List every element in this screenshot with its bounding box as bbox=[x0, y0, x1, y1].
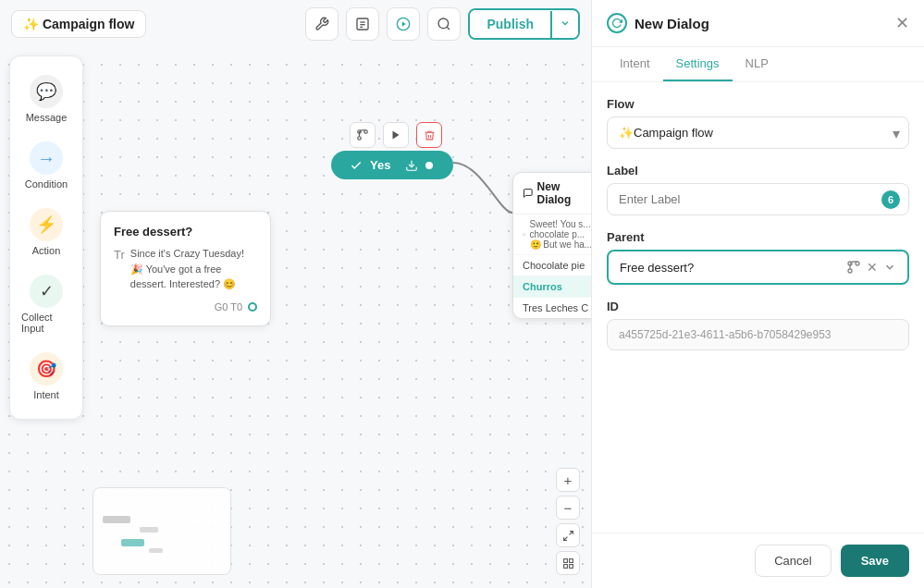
play-icon-btn[interactable] bbox=[387, 7, 420, 41]
wrench-icon bbox=[314, 17, 329, 31]
free-dessert-text: Since it's Crazy Tuesday! 🎉 You've got a… bbox=[130, 246, 257, 292]
canvas-connectors bbox=[0, 0, 591, 588]
canvas-row-1: Sweet! You s... chocolate p... 🙂 But we … bbox=[513, 214, 591, 255]
panel-title: New Dialog bbox=[607, 13, 709, 33]
collect-icon: ✓ bbox=[30, 275, 63, 308]
footer-dot bbox=[248, 302, 257, 312]
tools-icon-btn[interactable] bbox=[305, 7, 339, 41]
node-connector-dot bbox=[424, 160, 435, 171]
free-dessert-footer: G0 T0 bbox=[114, 301, 257, 312]
tab-settings[interactable]: Settings bbox=[663, 47, 733, 81]
new-dialog-canvas-header: New Dialog bbox=[513, 173, 591, 214]
panel-body: Flow ✨Campaign flow ▾ Label 6 Parent Fre… bbox=[592, 82, 924, 533]
sidebar-item-condition[interactable]: → Condition bbox=[18, 134, 75, 197]
svg-point-6 bbox=[438, 18, 449, 29]
fit-icon bbox=[562, 530, 574, 542]
node-delete-btn[interactable] bbox=[416, 122, 442, 148]
label-section: Label 6 bbox=[607, 164, 909, 215]
id-field-label: ID bbox=[607, 300, 909, 313]
free-dessert-footer-text: G0 T0 bbox=[215, 301, 242, 312]
parent-select-container[interactable]: Free dessert? ✕ bbox=[607, 250, 909, 285]
top-bar-actions: Publish bbox=[305, 7, 580, 41]
id-section: ID bbox=[607, 300, 909, 350]
flow-label: Flow bbox=[607, 97, 909, 111]
sidebar-label-action: Action bbox=[32, 245, 61, 256]
id-input bbox=[607, 319, 909, 350]
label-field-label: Label bbox=[607, 164, 909, 178]
minimap-node-4 bbox=[149, 548, 163, 553]
flow-select[interactable]: ✨Campaign flow bbox=[607, 116, 909, 149]
dialog-icon bbox=[523, 188, 534, 199]
parent-clear-btn[interactable]: ✕ bbox=[867, 260, 878, 275]
label-input-wrapper: 6 bbox=[607, 183, 909, 215]
canvas-row-churros[interactable]: Churros bbox=[513, 276, 591, 298]
message-icon: 💬 bbox=[30, 75, 63, 108]
condition-icon: → bbox=[30, 141, 63, 175]
panel-header: New Dialog ✕ bbox=[592, 0, 924, 47]
node-controls bbox=[350, 122, 442, 148]
sidebar-label-collect: Collect Input bbox=[21, 312, 71, 334]
fit-view-btn[interactable] bbox=[556, 523, 580, 547]
play-small-icon bbox=[390, 129, 401, 141]
svg-rect-17 bbox=[569, 564, 573, 568]
canvas-row-2: Chocolate pie bbox=[513, 255, 591, 276]
publish-dropdown-button[interactable] bbox=[550, 11, 578, 38]
canvas-area: ✨ Campaign flow Publish bbox=[0, 0, 591, 588]
yes-node[interactable]: Yes bbox=[331, 151, 453, 179]
download-icon bbox=[405, 159, 418, 172]
publish-group: Publish bbox=[468, 8, 580, 40]
free-dessert-node[interactable]: Free dessert? Tr Since it's Crazy Tuesda… bbox=[100, 211, 271, 326]
parent-field-label: Parent bbox=[607, 230, 909, 244]
branch-icon bbox=[356, 129, 369, 141]
sidebar-label-intent: Intent bbox=[33, 389, 59, 400]
node-branch-btn[interactable] bbox=[350, 122, 376, 148]
yes-node-label: Yes bbox=[370, 158, 390, 172]
flow-select-wrapper: ✨Campaign flow ▾ bbox=[607, 116, 909, 149]
svg-rect-14 bbox=[563, 558, 567, 562]
chevron-down-icon bbox=[560, 18, 571, 29]
tab-intent[interactable]: Intent bbox=[607, 47, 663, 81]
sidebar-item-message[interactable]: 💬 Message bbox=[18, 67, 75, 130]
grid-btn[interactable] bbox=[556, 551, 580, 575]
zoom-controls: + − bbox=[556, 468, 580, 575]
grid-icon bbox=[562, 557, 574, 570]
node-play-btn[interactable] bbox=[383, 122, 409, 148]
sidebar-item-intent[interactable]: 🎯 Intent bbox=[18, 345, 75, 408]
new-dialog-canvas-popup[interactable]: New Dialog Sweet! You s... chocolate p..… bbox=[512, 172, 591, 319]
tab-nlp[interactable]: NLP bbox=[733, 47, 782, 81]
search-icon-btn[interactable] bbox=[427, 7, 461, 41]
sidebar-label-message: Message bbox=[26, 112, 68, 123]
panel-title-text: New Dialog bbox=[634, 16, 709, 31]
search-icon bbox=[437, 17, 451, 31]
svg-rect-16 bbox=[563, 564, 567, 568]
parent-select-actions: ✕ bbox=[846, 260, 896, 275]
top-bar: ✨ Campaign flow Publish bbox=[0, 0, 591, 48]
free-dessert-content: Tr Since it's Crazy Tuesday! 🎉 You've go… bbox=[114, 246, 257, 292]
minimap bbox=[92, 487, 231, 575]
bubble-icon-1 bbox=[523, 230, 526, 239]
panel-close-btn[interactable]: ✕ bbox=[895, 13, 909, 33]
panel-tabs: Intent Settings NLP bbox=[592, 47, 924, 82]
sidebar-item-action[interactable]: ⚡ Action bbox=[18, 201, 75, 263]
canvas-row-text-1: Sweet! You s... chocolate p... 🙂 But we … bbox=[530, 219, 591, 250]
parent-select-inner: Free dessert? ✕ bbox=[620, 260, 896, 275]
zoom-in-btn[interactable]: + bbox=[556, 468, 580, 492]
right-panel: New Dialog ✕ Intent Settings NLP Flow ✨C… bbox=[591, 0, 924, 588]
cancel-button[interactable]: Cancel bbox=[755, 545, 831, 577]
flow-title-badge[interactable]: ✨ Campaign flow bbox=[11, 10, 146, 38]
panel-footer: Cancel Save bbox=[592, 533, 924, 588]
label-input[interactable] bbox=[607, 183, 909, 215]
canvas-row-4: Tres Leches C bbox=[513, 298, 591, 318]
notes-icon-btn[interactable] bbox=[346, 7, 379, 41]
svg-line-13 bbox=[563, 536, 567, 540]
flow-section: Flow ✨Campaign flow ▾ bbox=[607, 97, 909, 149]
publish-button[interactable]: Publish bbox=[470, 10, 550, 38]
sidebar-label-condition: Condition bbox=[25, 178, 68, 190]
save-button[interactable]: Save bbox=[841, 545, 909, 577]
sidebar-item-collect-input[interactable]: ✓ Collect Input bbox=[18, 267, 75, 341]
zoom-out-btn[interactable]: − bbox=[556, 496, 580, 520]
minimap-node-2 bbox=[140, 527, 158, 533]
minimap-content bbox=[93, 488, 230, 574]
panel-title-icon bbox=[607, 13, 627, 33]
canvas-row-text-2: Chocolate pie bbox=[523, 260, 585, 271]
